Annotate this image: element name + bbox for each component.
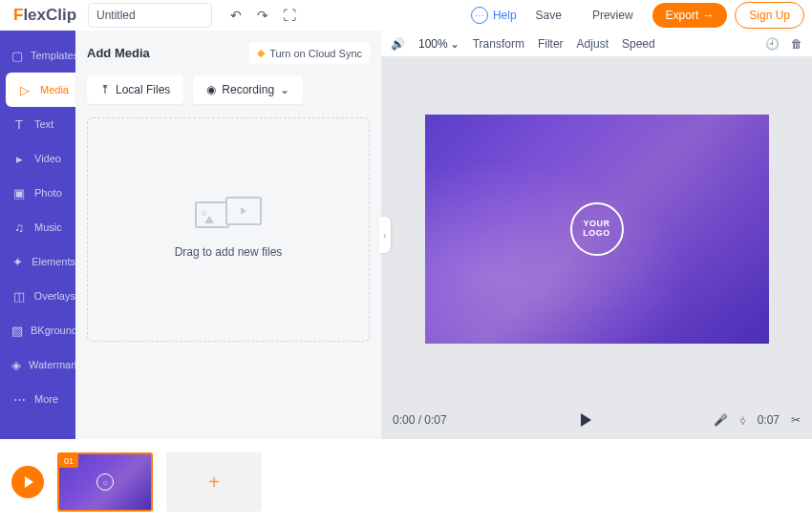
cut-icon[interactable]: ✂ [791, 413, 801, 427]
cloud-sync-toggle[interactable]: ◆ Turn on Cloud Sync [249, 42, 370, 64]
add-clip-button[interactable]: + [166, 452, 262, 512]
chevron-down-icon: ⌄ [450, 37, 459, 51]
sidebar-item-overlays[interactable]: ◫Overlays [0, 279, 75, 313]
drop-zone-graphic-icon [195, 201, 262, 228]
sidebar-item-background[interactable]: ▨BKground [0, 313, 75, 347]
export-button[interactable]: Export→ [652, 3, 728, 28]
help-button[interactable]: ⋯ Help [471, 7, 517, 24]
project-title-input[interactable] [88, 3, 212, 28]
split-icon[interactable]: ⎀ [739, 413, 746, 427]
more-icon: ⋯ [11, 391, 27, 407]
sidebar-item-video[interactable]: ▸Video [0, 141, 75, 176]
background-icon: ▨ [11, 323, 23, 338]
sidebar-item-text[interactable]: TText [0, 107, 75, 141]
timeline-clip-1[interactable]: 01 ◯ [57, 452, 153, 512]
volume-icon[interactable]: 🔊 [391, 37, 405, 51]
mic-icon[interactable]: 🎤 [714, 413, 728, 427]
text-icon: T [11, 116, 27, 132]
zoom-dropdown[interactable]: 100%⌄ [418, 37, 459, 51]
help-icon: ⋯ [471, 7, 488, 24]
timeline: 01 ◯ + [0, 439, 812, 525]
chevron-down-icon: ⌄ [280, 83, 289, 96]
signup-button[interactable]: Sign Up [735, 2, 804, 29]
fullscreen-icon[interactable]: ⛶ [281, 7, 298, 24]
player-controls: 0:00 / 0:07 🎤 ⎀ 0:07 ✂ [381, 401, 812, 439]
redo-icon[interactable]: ↷ [254, 7, 271, 24]
sidebar-item-media[interactable]: ▷Media [6, 73, 75, 107]
sidebar-item-more[interactable]: ⋯More [0, 382, 75, 416]
playback-time: 0:00 / 0:07 [393, 413, 459, 427]
app-logo: FlexClip [8, 6, 80, 25]
transform-tool[interactable]: Transform [473, 37, 524, 51]
preview-panel: 🔊 100%⌄ Transform Filter Adjust Speed 🕘 … [381, 31, 812, 439]
overlays-icon: ◫ [11, 288, 27, 304]
diamond-icon: ◆ [257, 47, 265, 59]
sidebar-item-watermark[interactable]: ◈Watermark [0, 347, 75, 382]
preview-button[interactable]: Preview [581, 3, 645, 28]
clip-number-badge: 01 [59, 454, 78, 468]
sidebar-item-music[interactable]: ♫Music [0, 210, 75, 244]
duration-label: 0:07 [758, 413, 780, 427]
filter-tool[interactable]: Filter [538, 37, 564, 51]
music-icon: ♫ [11, 220, 27, 235]
save-button[interactable]: Save [524, 3, 573, 28]
media-panel: Add Media ◆ Turn on Cloud Sync ⤒ Local F… [75, 31, 381, 439]
play-button[interactable] [581, 413, 591, 427]
arrow-right-icon: → [702, 9, 714, 22]
upload-icon: ⤒ [100, 83, 110, 96]
undo-icon[interactable]: ↶ [227, 7, 245, 24]
adjust-tool[interactable]: Adjust [577, 37, 609, 51]
timeline-play-button[interactable] [11, 466, 44, 498]
sidebar: ▢Templates ▷Media TText ▸Video ▣Photo ♫M… [0, 31, 75, 439]
delete-icon[interactable]: 🗑 [791, 37, 802, 51]
collapse-panel-button[interactable]: ‹ [379, 217, 391, 253]
clip-thumbnail-logo: ◯ [96, 473, 114, 491]
sidebar-item-photo[interactable]: ▣Photo [0, 176, 75, 210]
sidebar-item-elements[interactable]: ✦Elements [0, 244, 75, 279]
media-panel-title: Add Media [87, 46, 150, 60]
photo-icon: ▣ [11, 185, 27, 200]
drop-zone-text: Drag to add new files [175, 245, 283, 259]
speed-tool[interactable]: Speed [622, 37, 655, 51]
sidebar-item-templates[interactable]: ▢Templates [0, 38, 75, 73]
video-icon: ▸ [11, 151, 27, 166]
media-drop-zone[interactable]: Drag to add new files [87, 117, 370, 342]
watermark-icon: ◈ [11, 357, 21, 372]
local-files-button[interactable]: ⤒ Local Files [87, 75, 183, 104]
canvas-logo-placeholder[interactable]: YOUR LOGO [570, 202, 624, 256]
record-icon: ◉ [206, 83, 216, 96]
media-icon: ▷ [17, 82, 32, 97]
history-icon[interactable]: 🕘 [765, 37, 780, 51]
recording-button[interactable]: ◉ Recording ⌄ [193, 75, 303, 104]
templates-icon: ▢ [11, 48, 23, 63]
elements-icon: ✦ [11, 254, 24, 269]
preview-canvas[interactable]: YOUR LOGO [425, 115, 769, 344]
